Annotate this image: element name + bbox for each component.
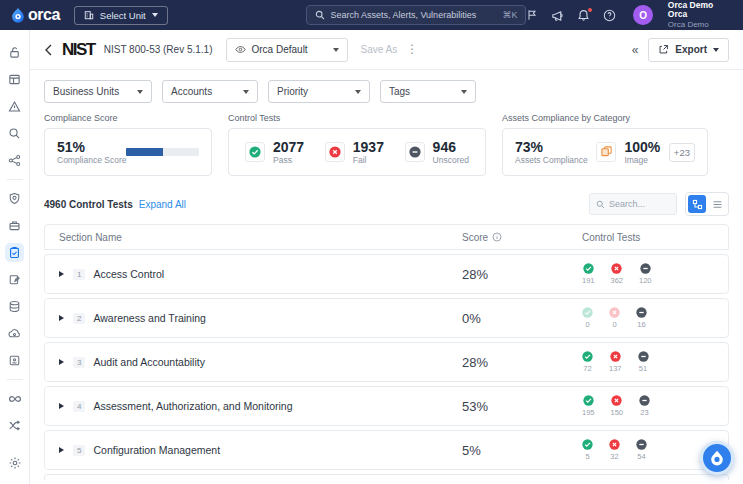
alerts-icon[interactable] xyxy=(5,97,24,116)
table-row[interactable]: 4Assessment, Authorization, and Monitori… xyxy=(44,386,729,426)
column-score[interactable]: Score xyxy=(462,232,582,243)
section-name[interactable]: Access Control xyxy=(93,268,462,280)
column-control-tests[interactable]: Control Tests xyxy=(582,232,714,243)
section-score: 28% xyxy=(462,355,582,370)
announcements-icon[interactable] xyxy=(551,9,564,22)
integrations-icon[interactable] xyxy=(5,416,24,435)
section-name[interactable]: Audit and Accountability xyxy=(93,356,462,368)
table-search[interactable] xyxy=(589,193,677,215)
chevron-down-icon xyxy=(333,48,339,52)
pass-count: 0 xyxy=(585,320,589,329)
unscored-value: 946 xyxy=(433,139,469,156)
help-icon[interactable] xyxy=(603,9,616,22)
inventory-icon[interactable] xyxy=(5,216,24,235)
more-categories-badge[interactable]: +23 xyxy=(669,143,695,162)
user-menu[interactable]: Orca Demo Orca Orca Demo xyxy=(668,1,733,30)
policies-icon[interactable] xyxy=(5,270,24,289)
expand-caret-icon[interactable] xyxy=(59,359,64,365)
global-search[interactable]: ⌘K xyxy=(306,5,526,25)
cloud-icon[interactable] xyxy=(5,324,24,343)
expand-caret-icon[interactable] xyxy=(59,403,64,409)
save-as-button[interactable]: Save As xyxy=(361,44,398,55)
compliance-progress-fill xyxy=(126,148,163,156)
compliance-icon[interactable] xyxy=(5,243,24,262)
more-options-kebab-icon[interactable]: ⋮ xyxy=(406,47,416,51)
row-index-badge: 2 xyxy=(73,313,85,324)
section-name[interactable]: Configuration Management xyxy=(93,444,462,456)
profile-select-dropdown[interactable]: Orca Default xyxy=(226,38,348,62)
attack-path-icon[interactable] xyxy=(5,151,24,170)
next-row-peek xyxy=(44,474,729,480)
orca-mark-icon xyxy=(708,449,726,467)
compliance-score-caption: Compliance Score xyxy=(57,155,126,165)
tree-view-button[interactable] xyxy=(688,195,706,213)
table-row[interactable]: 1Access Control28%191362120 xyxy=(44,254,729,294)
orca-droplet-icon xyxy=(10,7,26,23)
table-search-input[interactable] xyxy=(609,199,670,209)
expand-caret-icon[interactable] xyxy=(59,315,64,321)
info-icon xyxy=(492,232,502,242)
orca-assistant-fab[interactable] xyxy=(700,441,734,475)
pass-icon xyxy=(583,263,594,274)
table-row[interactable]: 3Audit and Accountability28%7213751 xyxy=(44,342,729,382)
filter-tags[interactable]: Tags xyxy=(380,80,476,103)
table-row[interactable]: 2Awareness and Training0%0016 xyxy=(44,298,729,338)
user-avatar[interactable]: O xyxy=(633,5,652,25)
unscored-icon xyxy=(405,142,425,162)
pass-value: 2077 xyxy=(273,139,304,156)
dashboard-icon[interactable] xyxy=(5,70,24,89)
section-score: 5% xyxy=(462,443,582,458)
fail-count: 150 xyxy=(611,408,624,417)
notifications-bell-icon[interactable] xyxy=(577,9,590,22)
settings-gear-icon[interactable] xyxy=(5,453,24,472)
section-name[interactable]: Assessment, Authorization, and Monitorin… xyxy=(93,400,462,412)
select-unit-dropdown[interactable]: Select Unit xyxy=(74,6,168,25)
table-row[interactable]: 5Configuration Management5%53254 xyxy=(44,430,729,470)
fail-mini-stat: 362 xyxy=(611,263,624,285)
fail-icon xyxy=(609,307,620,318)
unscored-count: 54 xyxy=(637,452,645,461)
business-unit-icon xyxy=(84,10,94,20)
expand-caret-icon[interactable] xyxy=(59,447,64,453)
left-sidebar xyxy=(0,30,30,484)
assets-icon[interactable] xyxy=(5,351,24,370)
search-icon xyxy=(596,200,605,209)
compliance-score-card: 51% Compliance Score xyxy=(44,128,212,176)
cicd-infinity-icon[interactable] xyxy=(5,389,24,408)
expand-all-link[interactable]: Expand All xyxy=(139,199,186,210)
column-section-name[interactable]: Section Name xyxy=(59,232,462,243)
pass-mini-stat: 0 xyxy=(582,307,593,329)
unscored-stat: 946Unscored xyxy=(405,139,469,166)
list-view-button[interactable] xyxy=(708,195,726,213)
compliance-score-value: 51% xyxy=(57,139,126,156)
back-button[interactable] xyxy=(44,44,53,56)
collapse-panel-button[interactable]: « xyxy=(632,43,637,57)
select-unit-label: Select Unit xyxy=(100,10,146,21)
filter-priority[interactable]: Priority xyxy=(268,80,370,103)
unscored-count: 16 xyxy=(637,320,645,329)
export-icon xyxy=(658,44,669,55)
orca-logo[interactable]: orca xyxy=(10,6,60,24)
data-icon[interactable] xyxy=(5,297,24,316)
flag-icon[interactable] xyxy=(526,9,538,21)
assets-compliance-value: 73% xyxy=(515,139,588,156)
unscored-mini-stat: 120 xyxy=(639,263,652,285)
filter-business-units[interactable]: Business Units xyxy=(44,80,152,103)
shield-icon[interactable] xyxy=(5,189,24,208)
unscored-icon xyxy=(640,263,651,274)
pass-mini-stat: 195 xyxy=(582,395,595,417)
orca-logo-text: orca xyxy=(28,6,60,24)
filter-accounts[interactable]: Accounts xyxy=(162,80,258,103)
assets-compliance-block: Assets Compliance by Category 73% Assets… xyxy=(502,113,708,176)
search-icon xyxy=(315,10,325,20)
list-controls: 4960 Control Tests Expand All xyxy=(30,176,743,224)
expand-caret-icon[interactable] xyxy=(59,271,64,277)
filters-row: Business Units Accounts Priority Tags xyxy=(30,70,743,111)
lock-icon[interactable] xyxy=(5,43,24,62)
pass-count: 191 xyxy=(582,276,595,285)
global-search-input[interactable] xyxy=(330,10,497,20)
export-button[interactable]: Export xyxy=(648,38,729,62)
search-nav-icon[interactable] xyxy=(5,124,24,143)
section-name[interactable]: Awareness and Training xyxy=(93,312,462,324)
fail-icon xyxy=(325,142,345,162)
